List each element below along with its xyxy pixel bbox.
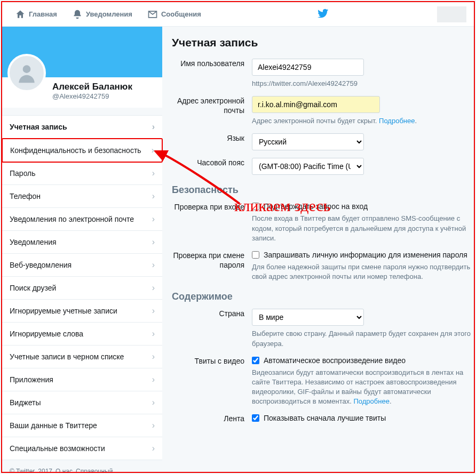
sidebar-item-label: Приложения [10,375,53,384]
page-title: Учетная запись [172,36,474,49]
footer-copyright: © Twitter, 2017 [10,468,52,473]
sidebar-item-label: Игнорируемые учетные записи [10,307,117,315]
login-verify-checkbox[interactable] [252,203,259,210]
username-url: https://twitter.com/Alexei49242759 [252,79,474,89]
chevron-right-icon: › [152,329,155,339]
chevron-right-icon: › [152,398,155,407]
pwreset-help: Для более надежной защиты при смене паро… [252,262,474,282]
feed-best-first-checkbox[interactable] [252,414,259,422]
sidebar-item-0[interactable]: Учетная запись› [2,116,162,139]
sidebar-item-label: Ваши данные в Твиттере [10,421,97,430]
chevron-right-icon: › [152,352,155,361]
chevron-right-icon: › [152,421,155,430]
chevron-right-icon: › [152,283,155,293]
video-autoplay-checkbox[interactable] [252,357,259,364]
chevron-right-icon: › [152,168,155,178]
chevron-right-icon: › [152,146,154,155]
footer: © Twitter, 2017О насСправочный центрУсло… [2,460,162,473]
country-select[interactable]: В мире [252,309,364,326]
sidebar-item-label: Телефон [10,192,41,200]
nav-home[interactable]: Главная [7,2,65,26]
nav-notifications-label: Уведомления [86,10,132,18]
timezone-select[interactable]: (GMT-08:00) Pacific Time (US [252,158,364,175]
chevron-right-icon: › [152,214,155,224]
feed-best-first-label: Показывать сначала лучшие твиты [264,414,386,422]
top-nav: Главная Уведомления Сообщения [2,2,474,27]
chevron-right-icon: › [152,444,155,453]
sidebar-item-label: Игнорируемые слова [10,330,83,338]
sidebar-item-label: Пароль [10,169,36,178]
sidebar-item-label: Уведомления по электронной почте [10,215,134,223]
sidebar-item-label: Виджеты [10,398,41,407]
pwreset-checkbox-label: Запрашивать личную информацию для измене… [264,251,467,259]
nav-notifications[interactable]: Уведомления [65,2,140,26]
profile-name[interactable]: Алексей Баланюк [52,82,157,92]
nav-home-label: Главная [29,10,57,18]
chevron-right-icon: › [152,375,155,384]
email-help: Адрес электронной почты будет скрыт. Под… [252,116,474,126]
sidebar-item-6[interactable]: Веб-уведомления› [2,254,162,277]
sidebar-item-label: Конфиденциальность и безопасность [10,146,141,155]
envelope-icon [147,9,158,20]
sidebar-item-12[interactable]: Виджеты› [2,391,162,414]
content-section-title: Содержимое [172,291,474,302]
sidebar-item-7[interactable]: Поиск друзей› [2,277,162,300]
sidebar-item-label: Поиск друзей [10,284,56,292]
sidebar-item-14[interactable]: Специальные возможности› [2,437,162,460]
bird-icon [317,7,329,19]
language-select[interactable]: Русский [252,133,364,150]
chevron-right-icon: › [152,306,155,316]
sidebar-item-8[interactable]: Игнорируемые учетные записи› [2,300,162,323]
security-section-title: Безопасность [172,184,474,196]
person-icon [15,61,38,85]
pwreset-checkbox[interactable] [252,251,259,259]
sidebar-item-label: Специальные возможности [10,444,105,453]
sidebar-item-13[interactable]: Ваши данные в Твиттере› [2,414,162,437]
chevron-right-icon: › [152,191,155,201]
chevron-right-icon: › [152,122,155,132]
username-input[interactable] [252,59,364,76]
video-help: Видеозаписи будут автоматически воспроиз… [252,368,474,407]
nav-messages-label: Сообщения [161,10,201,18]
sidebar-item-2[interactable]: Пароль› [2,162,162,185]
sidebar-item-11[interactable]: Приложения› [2,368,162,391]
sidebar-item-9[interactable]: Игнорируемые слова› [2,323,162,346]
feed-label: Лента [172,414,252,423]
sidebar-item-label: Учетная запись [10,123,67,131]
timezone-label: Часовой пояс [172,158,252,167]
sidebar-item-1[interactable]: Конфиденциальность и безопасность› [2,138,163,163]
profile-cover [2,27,162,77]
nav-messages[interactable]: Сообщения [140,2,209,26]
footer-link-0[interactable]: О нас [55,468,73,473]
sidebar-item-label: Учетные записи в черном списке [10,352,124,361]
video-label: Твиты с видео [172,356,252,366]
settings-list: Учетная запись›Конфиденциальность и безо… [2,115,162,460]
avatar[interactable] [7,54,46,92]
sidebar-item-3[interactable]: Телефон› [2,185,162,208]
country-help: Выберите свою страну. Данный параметр бу… [252,329,474,348]
language-label: Язык [172,133,252,143]
home-icon [15,9,26,20]
pwreset-label: Проверка при смене пароля [172,251,252,270]
sidebar-item-label: Уведомления [10,238,57,246]
login-verify-help: После входа в Твиттер вам будет отправле… [252,214,474,243]
video-learn-more-link[interactable]: Подробнее [353,397,389,405]
username-label: Имя пользователя [172,59,252,68]
sidebar-item-10[interactable]: Учетные записи в черном списке› [2,346,162,368]
email-learn-more-link[interactable]: Подробнее [379,117,415,125]
sidebar-item-4[interactable]: Уведомления по электронной почте› [2,208,162,231]
user-menu-placeholder[interactable] [437,6,466,22]
bell-icon [72,9,83,20]
email-input[interactable] [252,96,380,113]
video-autoplay-label: Автоматическое воспроизведение видео [264,356,406,365]
sidebar-item-5[interactable]: Уведомления› [2,231,162,254]
twitter-logo[interactable] [317,7,329,21]
svg-point-0 [23,65,31,73]
login-verify-label: Проверка при входе [172,202,252,212]
country-label: Страна [172,309,252,318]
sidebar-item-label: Веб-уведомления [10,261,72,269]
chevron-right-icon: › [152,260,155,270]
profile-handle[interactable]: @Alexei49242759 [52,92,157,100]
login-verify-checkbox-label: Подтверждать запрос на вход [264,202,368,211]
email-label: Адрес электронной почты [172,96,252,115]
